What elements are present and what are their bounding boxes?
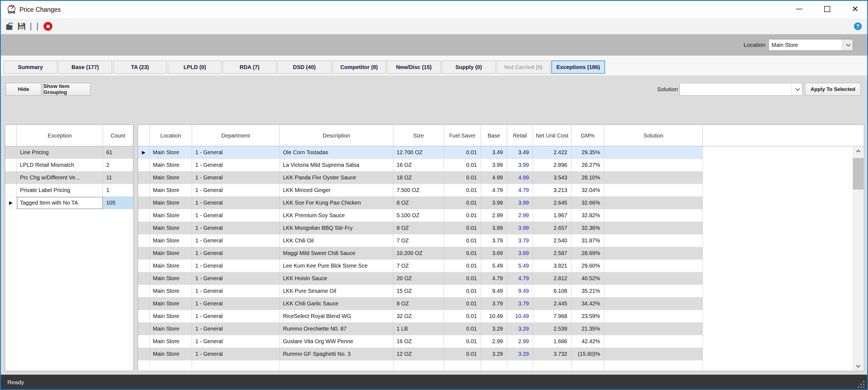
column-header[interactable]: Exception — [17, 125, 103, 146]
cell-size[interactable]: 7 OZ — [393, 234, 444, 247]
cell-fuel-saver[interactable]: 0.01 — [444, 184, 481, 197]
cell-fuel-saver[interactable]: 0.01 — [444, 234, 481, 247]
column-header[interactable]: Count — [103, 125, 133, 146]
column-header[interactable]: Description — [280, 125, 393, 146]
cell-size[interactable]: 8 OZ — [393, 222, 444, 234]
cell-retail[interactable]: 3.99 — [507, 159, 533, 171]
cell-department[interactable]: 1 - General — [192, 171, 280, 184]
cell-size[interactable]: 16 OZ — [393, 159, 444, 171]
cell-gm-pct[interactable]: 32.66% — [571, 197, 604, 209]
table-row[interactable]: Main Store1 - GeneralLKK Minced Ginger7.… — [138, 184, 864, 197]
column-header[interactable]: Size — [393, 125, 444, 146]
cell-retail[interactable]: 10.49 — [507, 310, 533, 323]
cell-description[interactable]: Maggi Mild Sweet Chili Sauce — [280, 247, 393, 260]
cell-gm-pct[interactable]: 29.60% — [571, 260, 604, 272]
cell-solution[interactable] — [604, 260, 703, 272]
cell-description[interactable]: Gustare Vita Org WW Penne — [280, 335, 393, 348]
tab-exceptions-186[interactable]: Exceptions (186) — [551, 61, 605, 74]
tab-dsd-40[interactable]: DSD (40) — [277, 61, 331, 74]
cell-location[interactable]: Main Store — [150, 247, 192, 260]
cell-solution[interactable] — [604, 171, 703, 184]
cell-base[interactable]: 2.99 — [481, 335, 507, 348]
solution-select[interactable] — [680, 83, 802, 96]
table-row[interactable]: Main Store1 - GeneralLKK Chili Oil7 OZ0.… — [138, 234, 864, 247]
cell-size[interactable]: 16 OZ — [393, 335, 444, 348]
tab-not-carried-0[interactable]: Not Carried (0) — [497, 61, 550, 74]
cell-department[interactable]: 1 - General — [192, 146, 280, 159]
column-header[interactable]: Net Unit Cost — [533, 125, 571, 146]
cell-description[interactable]: LKK Premium Soy Sauce — [280, 209, 393, 222]
cell-description[interactable]: LKK Chili Garlic Sauce — [280, 297, 393, 310]
exception-count-cell[interactable]: 1 — [103, 184, 133, 197]
table-row[interactable]: Main Store1 - GeneralLKK Chili Garlic Sa… — [138, 297, 864, 310]
cell-solution[interactable] — [604, 310, 703, 323]
cell-solution[interactable] — [604, 197, 703, 209]
apply-to-selected-button[interactable]: Apply To Selected — [805, 83, 861, 96]
cell-base[interactable]: 3.69 — [481, 247, 507, 260]
cell-department[interactable]: 1 - General — [192, 323, 280, 335]
cell-size[interactable]: 7 OZ — [393, 260, 444, 272]
exception-name-cell[interactable]: Prc Chg w/Different Ve... — [17, 171, 103, 184]
cell-fuel-saver[interactable]: 0.01 — [444, 159, 481, 171]
tab-supply-0[interactable]: Supply (0) — [442, 61, 495, 74]
cell-retail[interactable]: 3.29 — [507, 323, 533, 335]
exception-row[interactable]: Private Label Pricing1 — [5, 184, 133, 197]
cell-description[interactable]: LKK Pure Sesame Oil — [280, 285, 393, 297]
cell-description[interactable]: LKK Minced Ginger — [280, 184, 393, 197]
cell-base[interactable]: 4.79 — [481, 272, 507, 285]
location-dropdown-button[interactable] — [842, 39, 852, 51]
column-header[interactable]: Department — [192, 125, 280, 146]
cell-gm-pct[interactable]: 28.10% — [571, 171, 604, 184]
table-row[interactable]: Main Store1 - GeneralRummo Orechiette N0… — [138, 323, 864, 335]
cell-fuel-saver[interactable]: 0.01 — [444, 222, 481, 234]
cell-size[interactable]: 8 OZ — [393, 297, 444, 310]
cell-base[interactable]: 3.29 — [481, 323, 507, 335]
cell-fuel-saver[interactable]: 0.01 — [444, 297, 481, 310]
cell-base[interactable]: 4.99 — [481, 171, 507, 184]
close-button[interactable]: ✕ — [845, 1, 865, 17]
cell-base[interactable]: 10.49 — [481, 310, 507, 323]
cell-solution[interactable] — [604, 297, 703, 310]
cell-retail[interactable]: 4.79 — [507, 272, 533, 285]
cell-location[interactable]: Main Store — [150, 285, 192, 297]
cell-fuel-saver[interactable]: 0.01 — [444, 348, 481, 360]
cell-net-unit-cost[interactable]: 2.445 — [533, 297, 571, 310]
cell-retail[interactable]: 3.49 — [507, 146, 533, 159]
cell-fuel-saver[interactable]: 0.01 — [444, 285, 481, 297]
table-row[interactable]: ▶Main Store1 - GeneralOle Corn Tostadas1… — [138, 146, 864, 159]
cell-gm-pct[interactable]: 32.82% — [571, 209, 604, 222]
cell-solution[interactable] — [604, 335, 703, 348]
location-select[interactable]: Main Store — [769, 39, 853, 51]
cell-net-unit-cost[interactable]: 3.821 — [533, 260, 571, 272]
cell-net-unit-cost[interactable]: 2.540 — [533, 234, 571, 247]
cell-base[interactable]: 4.79 — [481, 184, 507, 197]
table-row[interactable]: Main Store1 - GeneralLKK Hoisin Sauce20 … — [138, 272, 864, 285]
cell-base[interactable]: 3.79 — [481, 297, 507, 310]
cell-base[interactable]: 3.49 — [481, 146, 507, 159]
cell-size[interactable]: 12.700 OZ — [393, 146, 444, 159]
table-row[interactable]: Main Store1 - GeneralLKK Premium Soy Sau… — [138, 209, 864, 222]
cell-gm-pct[interactable]: 21.35% — [571, 323, 604, 335]
cell-fuel-saver[interactable]: 0.01 — [444, 146, 481, 159]
cell-fuel-saver[interactable]: 0.01 — [444, 335, 481, 348]
cell-net-unit-cost[interactable]: 2.812 — [533, 272, 571, 285]
cell-gm-pct[interactable]: 32.04% — [571, 184, 604, 197]
cell-net-unit-cost[interactable]: 2.645 — [533, 197, 571, 209]
cell-location[interactable]: Main Store — [150, 159, 192, 171]
cell-fuel-saver[interactable]: 0.01 — [444, 323, 481, 335]
cell-base[interactable]: 9.49 — [481, 285, 507, 297]
solution-dropdown-button[interactable] — [792, 83, 802, 95]
exception-count-cell[interactable]: 2 — [103, 159, 133, 171]
exception-name-cell[interactable]: Tagged Item with No TA — [17, 197, 103, 209]
table-row[interactable]: Main Store1 - GeneralMaggi Mild Sweet Ch… — [138, 247, 864, 260]
cell-description[interactable]: Ole Corn Tostadas — [280, 146, 393, 159]
cell-department[interactable]: 1 - General — [192, 159, 280, 171]
cell-description[interactable]: LKK Mongolian BBQ Stir-Fry — [280, 222, 393, 234]
exception-name-cell[interactable]: LPLD Retail Mismatch — [17, 159, 103, 171]
cell-base[interactable]: 3.79 — [481, 234, 507, 247]
cell-base[interactable]: 2.99 — [481, 209, 507, 222]
cell-description[interactable]: LKK Panda Flvr Oyster Sauce — [280, 171, 393, 184]
cell-location[interactable]: Main Store — [150, 323, 192, 335]
column-header[interactable]: Base — [481, 125, 507, 146]
cell-net-unit-cost[interactable]: 2.587 — [533, 247, 571, 260]
